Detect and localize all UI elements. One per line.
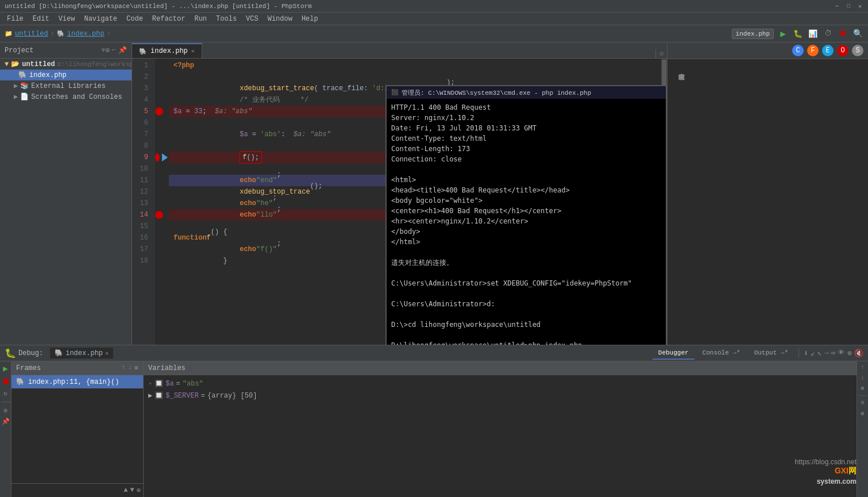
debugger-tab[interactable]: Debugger	[653, 347, 695, 360]
frame-item-0[interactable]: 🐘 index.php:11, {main}()	[11, 375, 143, 388]
cmd-line-html5: <hr><center>nginx/1.10.2</center>	[391, 217, 528, 225]
frames-add-btn[interactable]: ⊕	[137, 486, 141, 495]
pin-button[interactable]: 📌	[2, 418, 10, 425]
settings-button[interactable]: ⚙	[3, 407, 7, 414]
tree-item-external-label: External Libraries	[31, 82, 106, 90]
ie-button[interactable]: E	[822, 45, 834, 56]
run-to-cursor-btn[interactable]: →	[824, 349, 829, 357]
step-over-btn[interactable]: ⬇	[804, 349, 808, 358]
evaluate-btn[interactable]: ⌨	[831, 349, 835, 358]
frames-nav-up[interactable]: ▲	[124, 486, 128, 495]
frames-export-btn[interactable]: ⊕	[134, 364, 138, 372]
menu-item-edit[interactable]: Edit	[28, 14, 54, 24]
debug-content: ▶ ⏹ ↻ ⚙ 📌 Frames ↑ ↓ ⊕	[0, 361, 868, 497]
cmd-line-html6: </body>	[391, 228, 421, 236]
debug-button[interactable]: 🐛	[792, 28, 804, 40]
cmd-title: 管理员: C:\WINDOWS\system32\cmd.exe - php i…	[402, 88, 591, 97]
frames-header: Frames ↑ ↓ ⊕	[11, 361, 143, 375]
debug-tab-close[interactable]: ✕	[105, 350, 109, 357]
var-add-btn[interactable]: ⊕	[861, 384, 865, 392]
menu-item-refactor[interactable]: Refactor	[148, 14, 190, 24]
debug-file-tab[interactable]: 🐘 index.php ✕	[50, 348, 113, 359]
menu-item-code[interactable]: Code	[122, 14, 148, 24]
breadcrumb-php-icon: 🐘	[57, 30, 65, 37]
var-sort-btn[interactable]: ≡	[861, 399, 865, 406]
nav-bar: 📁 untitled › 🐘 index.php › index.php ▶ 🐛…	[0, 25, 868, 43]
output-tab[interactable]: Output →*	[749, 347, 794, 360]
tree-item-untitled[interactable]: ▼ 📂 untitled D:\lihongfeng\workspace\unt…	[0, 59, 132, 70]
coverage-button[interactable]: 📊	[807, 28, 819, 40]
menu-item-view[interactable]: View	[54, 14, 80, 24]
breadcrumb-project[interactable]: 📁	[5, 30, 13, 37]
debug-label: Debug:	[18, 349, 43, 357]
tree-item-indexphp[interactable]: 🐘 index.php	[0, 70, 132, 80]
maximize-button[interactable]: □	[845, 3, 852, 10]
sidebar-pin-icon[interactable]: 📌	[118, 46, 127, 55]
chrome-button[interactable]: C	[792, 45, 804, 56]
stop-debug-button[interactable]: ⏹	[2, 377, 10, 386]
menu-item-run[interactable]: Run	[190, 14, 211, 24]
line-num-6: 6	[132, 117, 152, 129]
run-config-dropdown[interactable]: index.php	[732, 29, 774, 39]
firefox-button[interactable]: F	[807, 45, 819, 56]
breadcrumb-file[interactable]: index.php	[67, 30, 105, 38]
resume-button[interactable]: ▶	[3, 364, 7, 373]
cmd-line-2: Server: nginx/1.10.2	[391, 114, 474, 122]
safari-button[interactable]: S	[852, 45, 863, 56]
folder-open-icon: ▼	[5, 60, 9, 68]
menu-item-navigate[interactable]: Navigate	[79, 14, 122, 24]
opera-button[interactable]: O	[837, 45, 848, 56]
tree-item-scratches[interactable]: ▶ 📄 Scratches and Consoles	[0, 91, 132, 102]
menu-item-window[interactable]: Window	[263, 14, 297, 24]
stop-button[interactable]: ⏹	[837, 28, 848, 40]
var-down-btn[interactable]: ↓	[861, 374, 865, 381]
var-filter-btn[interactable]: ⊗	[861, 410, 865, 417]
var-item-a: ▪ 🔲 $a = "abs"	[144, 377, 857, 390]
breakpoint-14	[155, 211, 163, 219]
tree-item-external-libs[interactable]: ▶ 📚 External Libraries	[0, 80, 132, 91]
sidebar-settings-icon[interactable]: ⚙	[106, 46, 110, 55]
frames-down-btn[interactable]: ↓	[128, 364, 132, 372]
tab-close-button[interactable]: ✕	[191, 48, 195, 55]
close-button[interactable]: ✕	[857, 3, 863, 10]
rerun-button[interactable]: ↻	[3, 390, 7, 397]
step-out-btn[interactable]: ↖	[817, 349, 822, 358]
line-num-2: 2	[132, 71, 152, 83]
debug-toolbar: Debugger Console →* Output →* ⬇ ↙ ↖ → ⌨ …	[653, 347, 863, 360]
var-item-server[interactable]: ▶ 🔲 $_SERVER = {array} [50]	[144, 390, 857, 402]
menu-item-tools[interactable]: Tools	[211, 14, 241, 24]
var-up-btn[interactable]: ↑	[861, 364, 865, 371]
editor-tab-indexphp[interactable]: 🐘 index.php ✕	[132, 43, 202, 58]
window-controls: — □ ✕	[834, 3, 863, 10]
breakpoints-btn[interactable]: ⊕	[847, 349, 852, 358]
external-libs-icon: ▶	[14, 82, 18, 90]
cmd-line-html1: <html>	[391, 176, 416, 184]
frames-nav-down[interactable]: ▼	[130, 486, 134, 495]
menu-item-help[interactable]: Help	[297, 14, 323, 24]
scratches-icon: ▶	[14, 93, 18, 101]
step-into-btn[interactable]: ↙	[811, 349, 815, 358]
console-tab[interactable]: Console →*	[697, 347, 746, 360]
frames-up-btn[interactable]: ↑	[121, 364, 125, 372]
profile-button[interactable]: ⏱	[822, 28, 834, 40]
editor-settings-icon[interactable]: ⚙	[655, 49, 667, 58]
menu-item-vcs[interactable]: VCS	[241, 14, 263, 24]
tab-php-icon: 🐘	[139, 48, 147, 55]
cmd-line-3: Date: Fri, 13 Jul 2018 01:31:33 GMT	[391, 124, 537, 132]
line-num-18: 18	[132, 255, 152, 267]
watch-btn[interactable]: 👁	[838, 349, 845, 357]
cmd-content[interactable]: HTTP/1.1 400 Bad Request Server: nginx/1…	[387, 99, 666, 345]
line-num-11: 11	[132, 175, 152, 186]
minimize-button[interactable]: —	[834, 3, 840, 10]
cmd-line-html7: </html>	[391, 238, 421, 246]
cmd-line-6: Connection: close	[391, 155, 462, 163]
run-button[interactable]: ▶	[777, 28, 789, 40]
mute-btn[interactable]: 🔇	[854, 349, 863, 358]
menu-item-file[interactable]: File	[2, 14, 28, 24]
breadcrumb-untitled[interactable]: untitled	[15, 30, 48, 38]
sidebar-collapse-icon[interactable]: ←	[112, 46, 116, 55]
cmd-line-4: Content-Type: text/html	[391, 134, 487, 142]
cmd-line-setenv: C:\Users\Administrator>set XDEBUG_CONFIG…	[391, 279, 632, 287]
watermark-brand: GXI网 system.com	[795, 466, 857, 486]
search-button[interactable]: 🔍	[852, 28, 863, 40]
